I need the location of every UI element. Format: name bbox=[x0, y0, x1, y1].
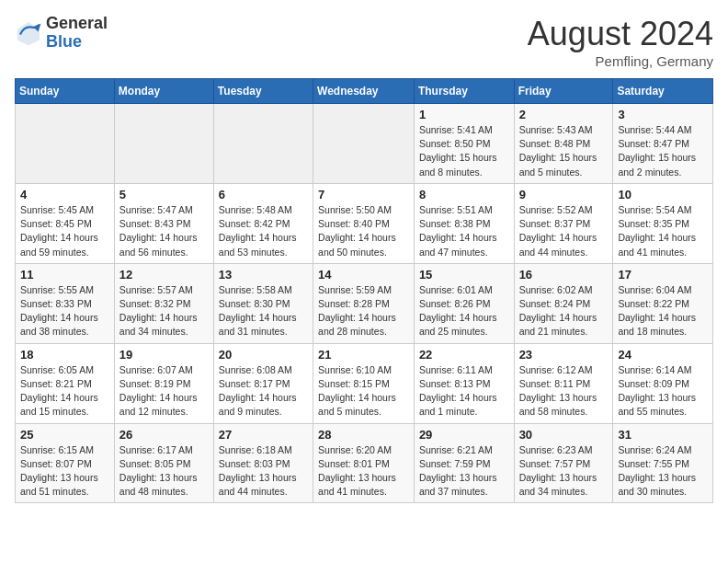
day-info: Sunrise: 5:52 AM Sunset: 8:37 PM Dayligh… bbox=[519, 203, 609, 259]
calendar-cell: 13Sunrise: 5:58 AM Sunset: 8:30 PM Dayli… bbox=[213, 263, 313, 343]
calendar-cell: 15Sunrise: 6:01 AM Sunset: 8:26 PM Dayli… bbox=[414, 263, 514, 343]
day-info: Sunrise: 5:54 AM Sunset: 8:35 PM Dayligh… bbox=[618, 203, 708, 259]
calendar-cell: 18Sunrise: 6:05 AM Sunset: 8:21 PM Dayli… bbox=[16, 343, 115, 423]
day-number: 6 bbox=[219, 188, 308, 201]
day-number: 13 bbox=[219, 268, 308, 282]
day-info: Sunrise: 6:21 AM Sunset: 7:59 PM Dayligh… bbox=[419, 443, 509, 500]
page-header: General Blue August 2024 Pemfling, Germa… bbox=[15, 15, 713, 69]
day-number: 17 bbox=[618, 268, 708, 282]
day-info: Sunrise: 5:50 AM Sunset: 8:40 PM Dayligh… bbox=[318, 203, 409, 259]
day-info: Sunrise: 5:45 AM Sunset: 8:45 PM Dayligh… bbox=[20, 203, 109, 259]
weekday-header-row: SundayMondayTuesdayWednesdayThursdayFrid… bbox=[16, 79, 713, 104]
day-number: 4 bbox=[20, 188, 109, 201]
day-number: 9 bbox=[519, 188, 609, 201]
day-number: 19 bbox=[119, 348, 209, 362]
calendar-cell: 30Sunrise: 6:23 AM Sunset: 7:57 PM Dayli… bbox=[514, 423, 613, 503]
logo-text: General Blue bbox=[46, 15, 108, 52]
month-title: August 2024 bbox=[528, 15, 713, 53]
calendar-cell: 19Sunrise: 6:07 AM Sunset: 8:19 PM Dayli… bbox=[114, 343, 213, 423]
day-number: 21 bbox=[318, 348, 409, 362]
day-number: 2 bbox=[519, 108, 609, 121]
day-number: 29 bbox=[419, 428, 509, 442]
day-number: 3 bbox=[618, 108, 708, 121]
calendar-week-row: 4Sunrise: 5:45 AM Sunset: 8:45 PM Daylig… bbox=[16, 183, 713, 263]
day-info: Sunrise: 6:07 AM Sunset: 8:19 PM Dayligh… bbox=[119, 363, 209, 419]
day-number: 16 bbox=[519, 268, 609, 282]
day-info: Sunrise: 5:57 AM Sunset: 8:32 PM Dayligh… bbox=[119, 283, 209, 339]
weekday-header-thursday: Thursday bbox=[414, 79, 514, 104]
calendar-cell: 26Sunrise: 6:17 AM Sunset: 8:05 PM Dayli… bbox=[114, 423, 213, 503]
calendar-cell: 14Sunrise: 5:59 AM Sunset: 8:28 PM Dayli… bbox=[313, 263, 415, 343]
calendar-cell: 1Sunrise: 5:41 AM Sunset: 8:50 PM Daylig… bbox=[414, 104, 514, 184]
calendar-cell: 16Sunrise: 6:02 AM Sunset: 8:24 PM Dayli… bbox=[514, 263, 613, 343]
weekday-header-sunday: Sunday bbox=[16, 79, 115, 104]
day-number: 31 bbox=[618, 428, 708, 442]
day-info: Sunrise: 5:55 AM Sunset: 8:33 PM Dayligh… bbox=[20, 283, 109, 339]
calendar-cell: 7Sunrise: 5:50 AM Sunset: 8:40 PM Daylig… bbox=[313, 183, 415, 263]
day-info: Sunrise: 6:10 AM Sunset: 8:15 PM Dayligh… bbox=[318, 363, 409, 419]
calendar-cell: 8Sunrise: 5:51 AM Sunset: 8:38 PM Daylig… bbox=[414, 183, 514, 263]
day-info: Sunrise: 5:51 AM Sunset: 8:38 PM Dayligh… bbox=[419, 203, 509, 259]
logo: General Blue bbox=[15, 15, 108, 52]
calendar-cell: 27Sunrise: 6:18 AM Sunset: 8:03 PM Dayli… bbox=[213, 423, 313, 503]
calendar-cell: 9Sunrise: 5:52 AM Sunset: 8:37 PM Daylig… bbox=[514, 183, 613, 263]
calendar-cell: 31Sunrise: 6:24 AM Sunset: 7:55 PM Dayli… bbox=[613, 423, 713, 503]
day-info: Sunrise: 6:18 AM Sunset: 8:03 PM Dayligh… bbox=[219, 443, 308, 500]
day-info: Sunrise: 5:44 AM Sunset: 8:47 PM Dayligh… bbox=[618, 123, 708, 179]
day-info: Sunrise: 6:15 AM Sunset: 8:07 PM Dayligh… bbox=[20, 443, 109, 500]
day-info: Sunrise: 5:41 AM Sunset: 8:50 PM Dayligh… bbox=[419, 123, 509, 179]
day-number: 28 bbox=[318, 428, 409, 442]
day-number: 12 bbox=[119, 268, 209, 282]
day-number: 1 bbox=[419, 108, 509, 121]
day-info: Sunrise: 6:23 AM Sunset: 7:57 PM Dayligh… bbox=[519, 443, 609, 500]
day-number: 10 bbox=[618, 188, 708, 201]
calendar-week-row: 1Sunrise: 5:41 AM Sunset: 8:50 PM Daylig… bbox=[16, 104, 713, 184]
day-info: Sunrise: 6:11 AM Sunset: 8:13 PM Dayligh… bbox=[419, 363, 509, 419]
weekday-header-tuesday: Tuesday bbox=[213, 79, 313, 104]
calendar-cell: 12Sunrise: 5:57 AM Sunset: 8:32 PM Dayli… bbox=[114, 263, 213, 343]
calendar-cell: 3Sunrise: 5:44 AM Sunset: 8:47 PM Daylig… bbox=[613, 104, 713, 184]
day-info: Sunrise: 5:48 AM Sunset: 8:42 PM Dayligh… bbox=[219, 203, 308, 259]
day-number: 7 bbox=[318, 188, 409, 201]
calendar-cell: 21Sunrise: 6:10 AM Sunset: 8:15 PM Dayli… bbox=[313, 343, 415, 423]
logo-icon bbox=[15, 19, 42, 47]
day-number: 15 bbox=[419, 268, 509, 282]
location: Pemfling, Germany bbox=[528, 53, 713, 69]
day-info: Sunrise: 6:14 AM Sunset: 8:09 PM Dayligh… bbox=[618, 363, 708, 419]
calendar-cell bbox=[114, 104, 213, 184]
calendar-cell: 17Sunrise: 6:04 AM Sunset: 8:22 PM Dayli… bbox=[613, 263, 713, 343]
day-info: Sunrise: 5:58 AM Sunset: 8:30 PM Dayligh… bbox=[219, 283, 308, 339]
day-number: 11 bbox=[20, 268, 109, 282]
calendar-cell: 29Sunrise: 6:21 AM Sunset: 7:59 PM Dayli… bbox=[414, 423, 514, 503]
calendar-cell: 24Sunrise: 6:14 AM Sunset: 8:09 PM Dayli… bbox=[613, 343, 713, 423]
calendar-cell: 5Sunrise: 5:47 AM Sunset: 8:43 PM Daylig… bbox=[114, 183, 213, 263]
day-info: Sunrise: 6:04 AM Sunset: 8:22 PM Dayligh… bbox=[618, 283, 708, 339]
calendar-cell: 6Sunrise: 5:48 AM Sunset: 8:42 PM Daylig… bbox=[213, 183, 313, 263]
day-info: Sunrise: 6:05 AM Sunset: 8:21 PM Dayligh… bbox=[20, 363, 109, 419]
day-info: Sunrise: 5:59 AM Sunset: 8:28 PM Dayligh… bbox=[318, 283, 409, 339]
day-number: 30 bbox=[519, 428, 609, 442]
day-number: 18 bbox=[20, 348, 109, 362]
day-info: Sunrise: 6:24 AM Sunset: 7:55 PM Dayligh… bbox=[618, 443, 708, 500]
calendar-cell: 2Sunrise: 5:43 AM Sunset: 8:48 PM Daylig… bbox=[514, 104, 613, 184]
calendar-week-row: 18Sunrise: 6:05 AM Sunset: 8:21 PM Dayli… bbox=[16, 343, 713, 423]
day-info: Sunrise: 6:20 AM Sunset: 8:01 PM Dayligh… bbox=[318, 443, 409, 500]
day-info: Sunrise: 6:01 AM Sunset: 8:26 PM Dayligh… bbox=[419, 283, 509, 339]
day-number: 27 bbox=[219, 428, 308, 442]
calendar-week-row: 25Sunrise: 6:15 AM Sunset: 8:07 PM Dayli… bbox=[16, 423, 713, 503]
day-number: 20 bbox=[219, 348, 308, 362]
calendar-cell bbox=[213, 104, 313, 184]
day-info: Sunrise: 5:47 AM Sunset: 8:43 PM Dayligh… bbox=[119, 203, 209, 259]
logo-blue-text: Blue bbox=[46, 33, 108, 52]
weekday-header-monday: Monday bbox=[114, 79, 213, 104]
day-info: Sunrise: 6:17 AM Sunset: 8:05 PM Dayligh… bbox=[119, 443, 209, 500]
day-number: 8 bbox=[419, 188, 509, 201]
day-info: Sunrise: 6:08 AM Sunset: 8:17 PM Dayligh… bbox=[219, 363, 308, 419]
calendar-cell bbox=[313, 104, 415, 184]
calendar-cell bbox=[16, 104, 115, 184]
calendar-cell: 4Sunrise: 5:45 AM Sunset: 8:45 PM Daylig… bbox=[16, 183, 115, 263]
calendar-cell: 25Sunrise: 6:15 AM Sunset: 8:07 PM Dayli… bbox=[16, 423, 115, 503]
calendar-cell: 10Sunrise: 5:54 AM Sunset: 8:35 PM Dayli… bbox=[613, 183, 713, 263]
weekday-header-friday: Friday bbox=[514, 79, 613, 104]
calendar-header: SundayMondayTuesdayWednesdayThursdayFrid… bbox=[16, 79, 713, 104]
